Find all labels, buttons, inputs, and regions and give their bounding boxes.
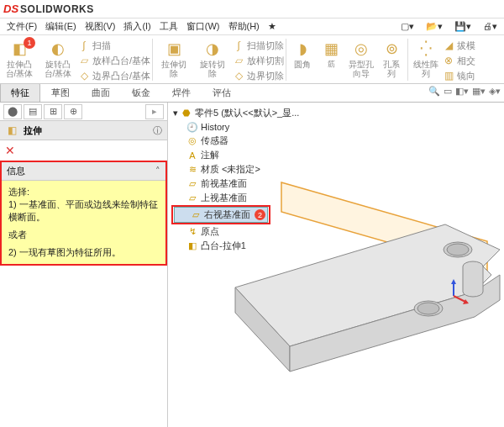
pm-extrude-icon: ◧: [5, 124, 18, 137]
zoom-fit-icon[interactable]: 🔍: [428, 86, 440, 97]
hole-series-button[interactable]: ⊚孔系 列: [377, 37, 406, 80]
view-toolbar: 🔍 ▭ ◧▾ ▦▾ ◈▾: [428, 86, 501, 97]
cut-sweep-icon: ∫: [232, 39, 245, 52]
revolve-boss-button[interactable]: ◐ 旋转凸 台/基体: [39, 37, 77, 80]
section-view-icon[interactable]: ▦▾: [472, 86, 486, 97]
rib-label: 筋: [328, 60, 335, 69]
cut-revolve-button[interactable]: ◑ 旋转切 除: [193, 37, 232, 80]
app-logo: DS SOLIDWORKS: [3, 3, 94, 15]
mirror-icon: ▥: [442, 69, 455, 82]
title-bar: DS SOLIDWORKS: [0, 0, 504, 18]
extrude-label: 拉伸凸 台/基体: [6, 60, 34, 78]
hole-wizard-button[interactable]: ◎异型孔 向导: [345, 37, 377, 80]
logo-sw: SOLIDWORKS: [20, 3, 94, 15]
pm-close-button[interactable]: ✕: [0, 140, 167, 161]
fillet-button[interactable]: ◗圆角: [288, 37, 317, 71]
print-icon[interactable]: 🖨▾: [480, 20, 501, 33]
cut-sweep-button[interactable]: ∫扫描切除: [232, 39, 284, 52]
info-or: 或者: [8, 229, 159, 241]
ribbon: 1 ◧ 拉伸凸 台/基体 ◐ 旋转凸 台/基体 ∫扫描 ▱放样凸台/基体 ◇边界…: [0, 35, 504, 84]
menu-file[interactable]: 文件(F): [3, 19, 40, 34]
svg-marker-9: [451, 279, 456, 284]
property-manager-panel: ⬤ ▤ ⊞ ⊕ ▸ ◧ 拉伸 ⓘ ✕ 信息 ˄ 选择: 1) 一基准面、平面或边…: [0, 103, 168, 427]
cut-revolve-icon: ◑: [202, 39, 223, 59]
tab-weldment[interactable]: 焊件: [161, 83, 202, 102]
open-icon[interactable]: 📂▾: [423, 20, 446, 33]
boundary-button[interactable]: ◇边界凸台/基体: [77, 69, 150, 82]
loft-label: 放样凸台/基体: [92, 55, 150, 67]
quick-access-toolbar: ▢▾ 📂▾ 💾▾ 🖨▾: [397, 20, 501, 33]
cut-boundary-label: 边界切除: [247, 70, 284, 82]
info-line1: 1) 一基准面、平面或边线来绘制特征横断面。: [8, 198, 159, 224]
panel-expand-icon[interactable]: ▸: [145, 104, 164, 119]
boundary-icon: ◇: [77, 69, 91, 82]
cut-sweep-label: 扫描切除: [247, 40, 284, 52]
lpattern-button[interactable]: ⁛线性阵 列: [410, 37, 442, 80]
intersect-label: 相交: [457, 55, 475, 67]
fillet-label: 圆角: [294, 60, 311, 69]
info-line2: 2) 一现有草图为特征所用。: [8, 246, 159, 259]
property-tab-icon[interactable]: ▤: [24, 104, 42, 119]
menu-star[interactable]: ★: [265, 20, 280, 33]
cut-extrude-icon: ▣: [164, 39, 184, 59]
callout-badge-1: 1: [24, 37, 35, 49]
save-icon[interactable]: 💾▾: [451, 20, 475, 33]
loft-button[interactable]: ▱放样凸台/基体: [77, 54, 150, 67]
sweep-button[interactable]: ∫扫描: [77, 39, 150, 52]
intersect-button[interactable]: ⊗相交: [442, 54, 475, 67]
cut-loft-button[interactable]: ▱放样切割: [232, 54, 284, 67]
loft-icon: ▱: [77, 54, 91, 67]
cut-loft-label: 放样切割: [247, 55, 284, 67]
graphics-area[interactable]: ▾⬣零件5 (默认<<默认>_显... 🕘History ◎传感器 A注解 ≋材…: [168, 103, 504, 427]
mirror-button[interactable]: ▥镜向: [442, 69, 475, 82]
menu-bar: 文件(F) 编辑(E) 视图(V) 插入(I) 工具 窗口(W) 帮助(H) ★…: [0, 18, 504, 35]
feat-sub: ◢拔模 ⊗相交 ▥镜向: [442, 37, 475, 82]
menu-window[interactable]: 窗口(W): [183, 19, 223, 34]
menu-insert[interactable]: 插入(I): [120, 19, 154, 34]
rib-icon: ▦: [321, 39, 341, 59]
feature-tree-tab-icon[interactable]: ⬤: [3, 104, 22, 119]
info-body: 选择: 1) 一基准面、平面或边线来绘制特征横断面。 或者 2) 一现有草图为特…: [2, 181, 165, 264]
main-area: ⬤ ▤ ⊞ ⊕ ▸ ◧ 拉伸 ⓘ ✕ 信息 ˄ 选择: 1) 一基准面、平面或边…: [0, 103, 504, 427]
dim-tab-icon[interactable]: ⊕: [64, 104, 82, 119]
revolve-label: 旋转凸 台/基体: [45, 60, 72, 78]
draft-button[interactable]: ◢拔模: [442, 39, 475, 52]
tab-sheetmetal[interactable]: 钣金: [121, 83, 161, 102]
display-style-icon[interactable]: ◧▾: [455, 86, 469, 97]
hole-series-icon: ⊚: [381, 39, 402, 59]
info-header[interactable]: 信息 ˄: [2, 162, 165, 181]
view-orientation-icon[interactable]: ◈▾: [489, 86, 501, 97]
tab-surface[interactable]: 曲面: [81, 83, 121, 102]
menu-tools[interactable]: 工具: [156, 19, 181, 34]
cut-extrude-button[interactable]: ▣ 拉伸切 除: [155, 37, 193, 80]
revolve-icon: ◐: [48, 39, 68, 59]
boundary-label: 边界凸台/基体: [92, 70, 150, 82]
lpattern-label: 线性阵 列: [413, 60, 438, 78]
cut-extrude-label: 拉伸切 除: [161, 60, 186, 78]
boss-sub: ∫扫描 ▱放样凸台/基体 ◇边界凸台/基体: [77, 37, 150, 82]
rib-button[interactable]: ▦筋: [317, 37, 345, 71]
menu-help[interactable]: 帮助(H): [225, 19, 263, 34]
new-icon[interactable]: ▢▾: [397, 20, 417, 33]
cut-revolve-label: 旋转切 除: [200, 60, 225, 78]
tab-sketch[interactable]: 草图: [40, 83, 81, 102]
cut-sub: ∫扫描切除 ▱放样切割 ◇边界切除: [232, 37, 284, 82]
mirror-label: 镜向: [457, 70, 475, 82]
panel-tabs: ⬤ ▤ ⊞ ⊕ ▸: [0, 103, 167, 121]
hole-wizard-label: 异型孔 向导: [349, 60, 374, 78]
zoom-area-icon[interactable]: ▭: [444, 86, 452, 97]
info-select-label: 选择:: [8, 186, 159, 198]
pm-help-icon[interactable]: ⓘ: [153, 124, 162, 137]
cut-loft-icon: ▱: [232, 54, 245, 67]
config-tab-icon[interactable]: ⊞: [44, 104, 62, 119]
hole-series-label: 孔系 列: [383, 60, 400, 78]
cut-boundary-button[interactable]: ◇边界切除: [232, 69, 284, 82]
menu-edit[interactable]: 编辑(E): [42, 19, 80, 34]
svg-point-5: [447, 244, 469, 256]
menu-view[interactable]: 视图(V): [81, 19, 119, 34]
tab-evaluate[interactable]: 评估: [202, 83, 242, 102]
tab-feature[interactable]: 特征: [0, 83, 40, 102]
info-highlight-box: 信息 ˄ 选择: 1) 一基准面、平面或边线来绘制特征横断面。 或者 2) 一现…: [0, 161, 167, 266]
ribbon-sep-3: [407, 39, 408, 81]
model-viewport: [168, 103, 504, 427]
